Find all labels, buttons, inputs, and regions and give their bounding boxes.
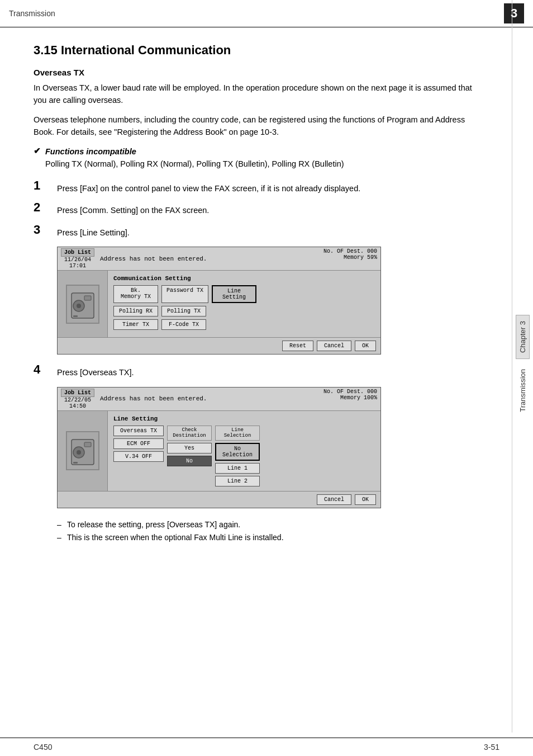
screen-1-btn-password-tx[interactable]: Password TX bbox=[161, 285, 208, 303]
screen-2-col2-header: CheckDestination bbox=[167, 426, 212, 441]
screen-2-topbar: Job List 12/22/05 14:50 Address has not … bbox=[58, 388, 380, 411]
screen-2-btn-ecm-off[interactable]: ECM OFF bbox=[113, 438, 164, 449]
screen-2-dest-count: 000 bbox=[367, 389, 377, 395]
sidebar-section-label: Transmission bbox=[516, 363, 529, 418]
bullet-list: To release the setting, press [Overseas … bbox=[57, 518, 477, 544]
screen-1-date: 11/26/04 bbox=[64, 257, 91, 263]
screen-1-dest-count: 000 bbox=[367, 248, 377, 254]
top-bar: Transmission 3 bbox=[0, 0, 533, 27]
screen-2-date: 12/22/05 bbox=[64, 397, 91, 403]
screen-1-memory-pct: 59% bbox=[367, 254, 377, 261]
step-4: 4 Press [Overseas TX]. bbox=[34, 365, 477, 379]
main-content: 3.15 International Communication Oversea… bbox=[0, 27, 511, 558]
section-number: 3.15 bbox=[34, 43, 58, 57]
screen-1-fax-icon-panel bbox=[58, 271, 108, 337]
bottom-bar: C450 3-51 bbox=[0, 738, 533, 756]
screen-2-time: 14:50 bbox=[69, 403, 86, 409]
screen-2-address-msg: Address has not been entered. bbox=[94, 395, 323, 402]
screen-2-col2: CheckDestination Yes No bbox=[167, 426, 212, 467]
screen-1-cancel-btn[interactable]: Cancel bbox=[317, 341, 351, 351]
screen-1-btn-row-1: Bk.Memory TX Password TX LineSetting bbox=[113, 285, 375, 303]
screen-1-ok-btn[interactable]: OK bbox=[355, 341, 376, 351]
screen-2-columns: Overseas TX ECM OFF V.34 OFF CheckDestin… bbox=[113, 426, 375, 487]
bullet-1: To release the setting, press [Overseas … bbox=[57, 518, 477, 531]
bullet-2: This is the screen when the optional Fax… bbox=[57, 531, 477, 544]
screen-2: Job List 12/22/05 14:50 Address has not … bbox=[57, 387, 381, 509]
fax-device-icon bbox=[66, 285, 99, 324]
step-2-num: 2 bbox=[34, 200, 57, 215]
screen-2-btn-no-selection[interactable]: NoSelection bbox=[215, 443, 260, 461]
screen-1-topbar: Job List 11/26/04 17:01 Address has not … bbox=[58, 247, 380, 271]
screen-2-btn-line2[interactable]: Line 2 bbox=[215, 476, 260, 486]
screen-1-btn-row-2: Polling RX Polling TX bbox=[113, 306, 375, 316]
screen-1-btn-row-3: Timer TX F-Code TX bbox=[113, 319, 375, 330]
screen-2-bottom-bar: Cancel OK bbox=[58, 491, 380, 508]
screen-2-memory: Memory 100% bbox=[340, 395, 377, 401]
sidebar-chapter-label: Chapter 3 bbox=[516, 315, 530, 359]
screen-1-comm-title: Communication Setting bbox=[113, 275, 375, 282]
screen-2-job-list-btn[interactable]: Job List bbox=[61, 389, 94, 397]
screen-1-btn-f-code-tx[interactable]: F-Code TX bbox=[161, 319, 206, 330]
screen-2-btn-yes[interactable]: Yes bbox=[167, 443, 212, 453]
screen-1-btn-polling-tx[interactable]: Polling TX bbox=[161, 306, 206, 316]
svg-rect-3 bbox=[84, 296, 91, 300]
screen-2-col3: LineSelection NoSelection Line 1 Line 2 bbox=[215, 426, 260, 487]
step-3: 3 Press [Line Setting]. bbox=[34, 225, 477, 239]
step-1: 1 Press [Fax] on the control panel to vi… bbox=[34, 181, 477, 195]
screen-2-btn-v34-off[interactable]: V.34 OFF bbox=[113, 451, 164, 462]
step-4-num: 4 bbox=[34, 362, 57, 377]
screen-1-job-list-btn[interactable]: Job List bbox=[61, 248, 94, 257]
footer-page: 3-51 bbox=[484, 743, 499, 752]
screen-2-ok-btn[interactable]: OK bbox=[355, 494, 376, 505]
step-2-text: Press [Comm. Setting] on the FAX screen. bbox=[57, 202, 209, 216]
screen-2-fax-device-icon bbox=[66, 431, 99, 470]
screen-2-line-title: Line Setting bbox=[113, 415, 375, 422]
screen-2-memory-pct: 100% bbox=[364, 395, 377, 401]
screen-1-bottom-bar: Reset Cancel OK bbox=[58, 337, 380, 354]
screen-2-cancel-btn[interactable]: Cancel bbox=[317, 494, 351, 505]
screen-1-btn-timer-tx[interactable]: Timer TX bbox=[113, 319, 158, 330]
step-3-text: Press [Line Setting]. bbox=[57, 225, 130, 239]
screen-1-memory: Memory 59% bbox=[344, 254, 377, 261]
step-1-num: 1 bbox=[34, 178, 57, 193]
step-1-text: Press [Fax] on the control panel to view… bbox=[57, 181, 360, 195]
svg-point-2 bbox=[77, 304, 81, 308]
screen-2-body: Line Setting Overseas TX ECM OFF V.34 OF… bbox=[58, 411, 380, 492]
section-name: International Communication bbox=[61, 43, 231, 57]
svg-rect-9 bbox=[73, 462, 78, 464]
screen-1-btn-bk-memory-tx[interactable]: Bk.Memory TX bbox=[113, 285, 158, 303]
screen-2-btn-overseas-tx[interactable]: Overseas TX bbox=[113, 426, 164, 436]
svg-point-7 bbox=[77, 450, 81, 455]
screen-1: Job List 11/26/04 17:01 Address has not … bbox=[57, 247, 381, 355]
screen-2-dest-area: No. OF Dest. 000 Memory 100% bbox=[323, 389, 377, 409]
screen-2-col3-header: LineSelection bbox=[215, 426, 260, 441]
screen-1-body: Communication Setting Bk.Memory TX Passw… bbox=[58, 271, 380, 337]
overseas-tx-heading: Overseas TX bbox=[34, 68, 477, 77]
screen-2-right-panel: Line Setting Overseas TX ECM OFF V.34 OF… bbox=[108, 411, 380, 492]
screen-1-btn-polling-rx[interactable]: Polling RX bbox=[113, 306, 158, 316]
screen-1-btn-line-setting[interactable]: LineSetting bbox=[212, 285, 256, 303]
screen-2-btn-no[interactable]: No bbox=[167, 456, 212, 466]
screen-1-time: 17:01 bbox=[69, 263, 86, 269]
screen-1-job-list-area: Job List 11/26/04 17:01 bbox=[61, 248, 94, 269]
overseas-tx-para2: Overseas telephone numbers, including th… bbox=[34, 114, 477, 139]
overseas-tx-para1: In Overseas TX, a lower baud rate will b… bbox=[34, 82, 477, 107]
screen-2-btn-line1[interactable]: Line 1 bbox=[215, 463, 260, 474]
footer-model: C450 bbox=[34, 743, 52, 752]
section-title: 3.15 International Communication bbox=[34, 43, 477, 58]
header-title: Transmission bbox=[9, 9, 55, 18]
step-3-num: 3 bbox=[34, 223, 57, 237]
screen-1-dest-label: No. OF Dest. 000 bbox=[323, 248, 377, 254]
screen-2-col1: Overseas TX ECM OFF V.34 OFF bbox=[113, 426, 164, 462]
screen-1-address-msg: Address has not been entered. bbox=[94, 256, 323, 262]
screen-2-dest-label: No. OF Dest. 000 bbox=[323, 389, 377, 395]
screen-2-job-list-area: Job List 12/22/05 14:50 bbox=[61, 389, 94, 409]
screen-1-dest-area: No. OF Dest. 000 Memory 59% bbox=[323, 248, 377, 269]
screen-2-fax-icon-panel bbox=[58, 411, 108, 492]
screen-1-reset-btn[interactable]: Reset bbox=[282, 341, 313, 351]
svg-rect-8 bbox=[84, 442, 91, 447]
right-sidebar: Chapter 3 Transmission bbox=[512, 0, 533, 733]
step-4-text: Press [Overseas TX]. bbox=[57, 365, 134, 379]
screen-1-right-panel: Communication Setting Bk.Memory TX Passw… bbox=[108, 271, 380, 337]
svg-rect-4 bbox=[73, 315, 78, 317]
